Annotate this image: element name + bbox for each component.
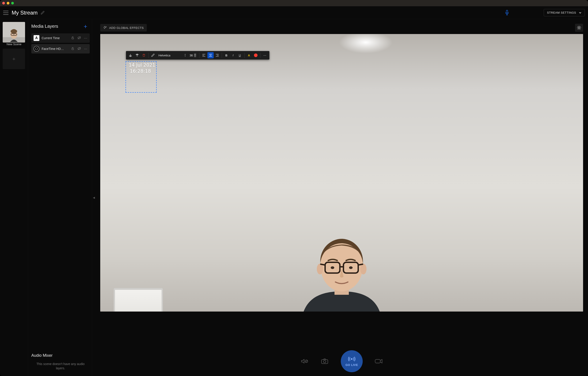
snapshot-button[interactable] bbox=[321, 357, 329, 365]
preview-wrapper: Helvetica ▲▼ 36 ▲▼ bbox=[95, 34, 588, 346]
text-layer-icon: A bbox=[33, 35, 39, 41]
effects-label: ADD GLOBAL EFFECTS bbox=[109, 26, 144, 30]
bottom-controls: GO LIVE bbox=[95, 346, 588, 376]
scene-label: New Scene bbox=[3, 43, 25, 46]
go-live-label: GO LIVE bbox=[346, 363, 358, 367]
broadcast-icon bbox=[348, 356, 356, 362]
camera-layer-icon bbox=[33, 46, 39, 52]
align-right-button[interactable] bbox=[214, 52, 220, 58]
magic-wand-icon bbox=[103, 26, 107, 30]
layers-title: Media Layers bbox=[31, 24, 58, 29]
stream-settings-label: STREAM SETTINGS bbox=[547, 11, 576, 14]
svg-point-14 bbox=[104, 28, 104, 28]
layer-up-button[interactable] bbox=[127, 52, 134, 58]
svg-line-23 bbox=[580, 26, 581, 27]
font-size-stepper[interactable]: 36 ▲▼ bbox=[188, 53, 198, 57]
svg-line-22 bbox=[578, 29, 578, 29]
layers-panel: Media Layers ＋ A Current Time ⋯ bbox=[28, 19, 92, 376]
lock-icon[interactable] bbox=[71, 47, 75, 51]
brightness-button[interactable] bbox=[575, 24, 583, 32]
preview-canvas[interactable]: Helvetica ▲▼ 36 ▲▼ bbox=[100, 34, 583, 312]
window-minimize-button[interactable] bbox=[7, 2, 9, 4]
svg-rect-0 bbox=[506, 10, 508, 13]
layer-down-button[interactable] bbox=[134, 52, 140, 58]
svg-point-30 bbox=[331, 266, 334, 269]
svg-point-15 bbox=[578, 27, 580, 29]
svg-line-42 bbox=[305, 360, 307, 362]
scene-item[interactable]: New Scene bbox=[3, 22, 25, 46]
add-global-effects-button[interactable]: ADD GLOBAL EFFECTS bbox=[100, 24, 147, 32]
window-close-button[interactable] bbox=[2, 2, 5, 4]
app-window: My Stream STREAM SETTINGS bbox=[0, 0, 588, 376]
layer-row[interactable]: FaceTime HD… ⋯ bbox=[31, 44, 90, 54]
svg-point-27 bbox=[360, 264, 367, 274]
italic-button[interactable]: I bbox=[230, 52, 236, 58]
svg-rect-46 bbox=[375, 359, 380, 363]
bold-button[interactable]: B bbox=[223, 52, 230, 58]
more-options-button[interactable]: ⋯ bbox=[262, 52, 268, 58]
layer-name: Current Time bbox=[42, 36, 69, 40]
overlay-line-1: 14 Jul 2021 bbox=[127, 62, 155, 68]
layer-name: FaceTime HD… bbox=[42, 47, 69, 51]
lock-icon[interactable] bbox=[71, 36, 75, 40]
virtual-camera-button[interactable] bbox=[375, 357, 383, 365]
whiteboard-prop bbox=[114, 288, 163, 312]
svg-point-12 bbox=[104, 27, 104, 27]
more-icon[interactable]: ⋯ bbox=[84, 47, 87, 51]
align-center-button[interactable] bbox=[207, 52, 214, 58]
app-header: My Stream STREAM SETTINGS bbox=[0, 6, 588, 19]
scene-thumbnail bbox=[3, 22, 25, 43]
layers-header: Media Layers ＋ bbox=[31, 22, 90, 30]
window-maximize-button[interactable] bbox=[11, 2, 14, 4]
stepper-icon: ▲▼ bbox=[184, 54, 186, 57]
text-edit-toolbar: Helvetica ▲▼ 36 ▲▼ bbox=[126, 51, 269, 60]
titlebar bbox=[0, 0, 588, 6]
svg-rect-10 bbox=[72, 48, 74, 50]
svg-point-13 bbox=[105, 26, 105, 26]
svg-line-21 bbox=[580, 29, 581, 29]
text-overlay-selection[interactable]: 14 Jul 2021 16:28:18 bbox=[126, 61, 157, 93]
svg-rect-8 bbox=[72, 38, 74, 39]
visibility-off-icon[interactable] bbox=[77, 47, 81, 51]
stepper-icon: ▲▼ bbox=[194, 53, 196, 57]
stream-title: My Stream bbox=[12, 10, 38, 16]
audio-mixer-title: Audio Mixer bbox=[31, 353, 90, 358]
stream-settings-button[interactable]: STREAM SETTINGS bbox=[544, 9, 585, 16]
app-body: New Scene ＋ Media Layers ＋ A Current Tim… bbox=[0, 19, 588, 376]
layer-row[interactable]: A Current Time ⋯ bbox=[31, 33, 90, 43]
chevron-down-icon bbox=[579, 11, 581, 14]
font-family-value: Helvetica bbox=[158, 54, 170, 57]
more-icon[interactable]: ⋯ bbox=[84, 36, 87, 40]
menu-button[interactable] bbox=[3, 11, 9, 15]
delete-button[interactable] bbox=[141, 52, 147, 58]
svg-point-31 bbox=[349, 266, 353, 269]
svg-point-26 bbox=[317, 264, 323, 274]
microphone-icon[interactable] bbox=[505, 10, 509, 16]
go-live-button[interactable]: GO LIVE bbox=[341, 350, 363, 372]
stage-area: ADD GLOBAL EFFECTS bbox=[95, 19, 588, 376]
text-color-button[interactable]: A bbox=[246, 52, 252, 58]
font-size-value: 36 bbox=[189, 54, 193, 57]
svg-point-45 bbox=[351, 358, 352, 359]
visibility-off-icon[interactable] bbox=[77, 36, 81, 40]
align-left-button[interactable] bbox=[201, 52, 207, 58]
panel-collapse-handle[interactable]: ◀ bbox=[92, 19, 95, 376]
person-silhouette bbox=[295, 226, 389, 312]
brightness-icon bbox=[577, 25, 581, 30]
add-scene-button[interactable]: ＋ bbox=[3, 49, 25, 69]
edit-title-icon[interactable] bbox=[41, 11, 45, 15]
edit-text-button[interactable] bbox=[150, 52, 156, 58]
underline-button[interactable]: U bbox=[237, 52, 243, 58]
font-family-select[interactable]: Helvetica ▲▼ bbox=[157, 52, 188, 58]
stage-top-bar: ADD GLOBAL EFFECTS bbox=[95, 19, 588, 34]
scenes-panel: New Scene ＋ bbox=[0, 19, 28, 376]
audio-mixer-empty: This scene doesn't have any audio layers… bbox=[31, 362, 90, 374]
add-layer-button[interactable]: ＋ bbox=[81, 22, 90, 30]
svg-point-44 bbox=[324, 360, 326, 363]
overlay-line-2: 16:28:18 bbox=[127, 68, 155, 74]
svg-line-20 bbox=[578, 26, 578, 27]
bg-color-button[interactable] bbox=[252, 52, 259, 58]
mute-output-button[interactable] bbox=[301, 357, 309, 365]
